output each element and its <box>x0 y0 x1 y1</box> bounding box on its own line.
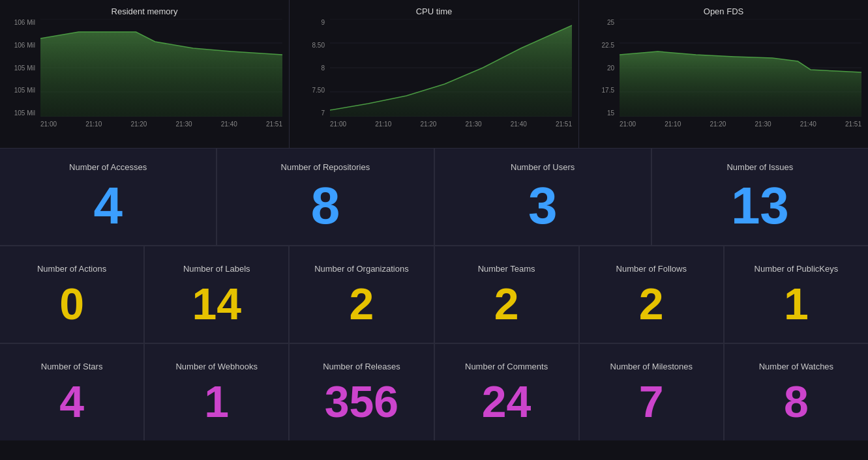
stat-value: 1 <box>204 379 229 424</box>
stat-card: Number of PublicKeys1 <box>725 246 868 343</box>
stat-value: 13 <box>731 180 789 232</box>
stats-row-3: Number of Stars4Number of Webhooks1Numbe… <box>0 344 868 440</box>
stats-row-2: Number of Actions0Number of Labels14Numb… <box>0 246 868 343</box>
stat-card: Number of Issues13 <box>652 149 868 245</box>
stat-card: Number of Actions0 <box>0 246 143 343</box>
chart-title-cpu: CPU time <box>296 7 572 16</box>
stat-value: 2 <box>350 281 374 326</box>
stat-value: 4 <box>93 180 123 232</box>
y-axis-cpu: 9 8.50 8 7.50 7 <box>296 19 327 117</box>
stat-label: Number of PublicKeys <box>755 264 839 274</box>
stat-label: Number of Issues <box>726 162 793 172</box>
x-axis-memory: 21:00 21:10 21:20 21:30 21:40 21:51 <box>40 118 282 130</box>
stat-card: Number of Webhooks1 <box>145 344 288 440</box>
stat-label: Number of Follows <box>616 264 687 274</box>
chart-area-memory: 106 Mil 106 Mil 105 Mil 105 Mil 105 Mil <box>7 19 282 130</box>
stat-card: Number of Releases356 <box>290 344 433 440</box>
stat-card: Number of Stars4 <box>0 344 143 440</box>
stat-card: Number of Users3 <box>435 149 651 245</box>
stat-label: Number of Labels <box>183 264 250 274</box>
stat-label: Number of Comments <box>465 362 548 371</box>
stat-value: 4 <box>59 379 84 424</box>
stat-value: 0 <box>59 281 84 326</box>
stat-label: Number of Releases <box>323 362 400 371</box>
stats-row-1: Number of Accesses4Number of Repositorie… <box>0 149 868 245</box>
y-axis-memory: 106 Mil 106 Mil 105 Mil 105 Mil 105 Mil <box>7 19 38 117</box>
stat-label: Number of Organizations <box>314 264 409 274</box>
stat-label: Number of Milestones <box>610 362 693 371</box>
svg-marker-11 <box>330 25 572 117</box>
stat-label: Number of Actions <box>37 264 106 274</box>
open-fds-chart: Open FDS 25 22.5 20 17.5 15 <box>579 0 868 148</box>
chart-svg-cpu <box>330 19 572 117</box>
x-axis-cpu: 21:00 21:10 21:20 21:30 21:40 21:51 <box>330 118 572 130</box>
charts-row: Resident memory 106 Mil 106 Mil 105 Mil … <box>0 0 868 149</box>
chart-svg-memory <box>40 19 282 117</box>
stat-label: Number of Accesses <box>69 162 147 172</box>
stat-card: Number of Organizations2 <box>290 246 433 343</box>
resident-memory-chart: Resident memory 106 Mil 106 Mil 105 Mil … <box>0 0 290 148</box>
stat-card: Number Teams2 <box>435 246 578 343</box>
stat-card: Number of Follows2 <box>580 246 723 343</box>
stat-value: 1 <box>784 281 809 326</box>
stat-label: Number of Watches <box>759 362 833 371</box>
x-axis-fds: 21:00 21:10 21:20 21:30 21:40 21:51 <box>620 118 861 130</box>
stat-label: Number of Webhooks <box>175 362 258 371</box>
stat-card: Number of Accesses4 <box>0 149 216 245</box>
chart-area-fds: 25 22.5 20 17.5 15 <box>586 19 861 130</box>
stat-value: 356 <box>325 379 398 424</box>
stat-value: 2 <box>494 281 519 326</box>
stat-value: 2 <box>639 281 664 326</box>
stat-card: Number of Repositories8 <box>217 149 433 245</box>
cpu-time-chart: CPU time 9 8.50 8 7.50 7 <box>290 0 579 148</box>
stat-value: 24 <box>482 379 531 424</box>
y-axis-fds: 25 22.5 20 17.5 15 <box>586 19 617 117</box>
chart-title-memory: Resident memory <box>7 7 282 16</box>
stat-card: Number of Labels14 <box>145 246 288 343</box>
stat-card: Number of Watches8 <box>725 344 868 440</box>
stat-value: 8 <box>311 180 340 232</box>
stat-label: Number of Users <box>511 162 575 172</box>
stat-card: Number of Comments24 <box>435 344 578 440</box>
svg-marker-17 <box>620 51 861 117</box>
svg-marker-5 <box>40 32 282 117</box>
stat-value: 3 <box>528 180 558 232</box>
stat-value: 14 <box>192 281 241 326</box>
stat-value: 7 <box>639 379 664 424</box>
stat-card: Number of Milestones7 <box>580 344 723 440</box>
chart-title-fds: Open FDS <box>586 7 861 16</box>
stat-label: Number Teams <box>478 264 535 274</box>
chart-area-cpu: 9 8.50 8 7.50 7 <box>296 19 572 130</box>
stat-value: 8 <box>784 379 809 424</box>
stat-label: Number of Repositories <box>281 162 370 172</box>
stat-label: Number of Stars <box>41 362 103 371</box>
chart-svg-fds <box>620 19 861 117</box>
